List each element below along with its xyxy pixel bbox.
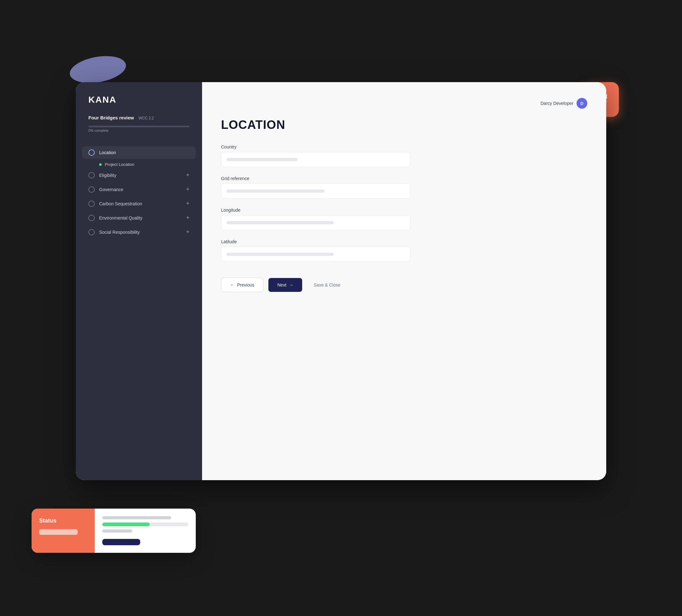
nav-label-environmental: Environmental Quality (99, 216, 186, 220)
status-card: Status (31, 509, 196, 553)
next-button[interactable]: Next → (268, 278, 302, 292)
status-card-left: Status (31, 509, 95, 553)
status-action-button[interactable] (102, 539, 140, 545)
label-longitude: Longitude (221, 207, 410, 213)
form-group-grid-reference: Grid reference (221, 176, 410, 199)
sidebar-subitem-project-location[interactable]: Project Location (82, 160, 196, 169)
sidebar: KANA Four Bridges review WCC 2.2 0% comp… (76, 82, 202, 480)
next-label: Next (277, 282, 287, 287)
sidebar-item-carbon[interactable]: Carbon Sequestration + (82, 197, 196, 210)
status-card-white-bar (39, 529, 78, 535)
save-close-button[interactable]: Save & Close (307, 278, 347, 292)
arrow-left-icon: ← (230, 282, 234, 287)
form-group-latitude: Latitude (221, 239, 410, 262)
nav-label-governance: Governance (99, 187, 186, 192)
content-header: Darcy Developer D (221, 98, 587, 109)
decorative-blob (68, 52, 128, 87)
status-title: Status (39, 518, 87, 524)
sidebar-item-governance[interactable]: Governance + (82, 183, 196, 196)
label-country: Country (221, 145, 410, 149)
user-info: Darcy Developer D (541, 98, 587, 109)
project-name: Four Bridges review (88, 115, 134, 120)
nav-plus-social: + (186, 229, 189, 235)
nav-label-carbon: Carbon Sequestration (99, 201, 186, 206)
progress-container: 0% complete (76, 123, 202, 134)
grid-reference-input-value[interactable] (226, 190, 324, 193)
project-header: Four Bridges review WCC 2.2 (76, 115, 202, 123)
nav-circle-eligibility (88, 172, 95, 178)
app-logo: KANA (76, 95, 202, 115)
progress-label: 0% complete (88, 129, 189, 132)
save-close-label: Save & Close (314, 282, 340, 287)
nav-plus-governance: + (186, 186, 189, 193)
country-input-value[interactable] (226, 158, 298, 161)
nav-circle-governance (88, 186, 95, 193)
longitude-input-value[interactable] (226, 221, 334, 224)
status-card-right (95, 509, 196, 553)
label-grid-reference: Grid reference (221, 176, 410, 181)
label-latitude: Latitude (221, 239, 410, 244)
nav-circle-social (88, 229, 95, 235)
nav-sub-label-project-location: Project Location (105, 162, 134, 167)
page-title: LOCATION (221, 118, 587, 132)
form-section: Country Grid reference Longitude (221, 145, 410, 292)
status-progress-bar-fill (102, 523, 150, 526)
nav-label-eligibility: Eligibility (99, 173, 186, 178)
sidebar-item-eligibility[interactable]: Eligibility + (82, 169, 196, 182)
user-avatar[interactable]: D (576, 98, 587, 109)
status-progress-bar-background (102, 523, 188, 526)
previous-label: Previous (237, 282, 254, 287)
nav-circle-carbon (88, 201, 95, 207)
project-code: WCC 2.2 (139, 116, 154, 120)
status-text-bar-1 (102, 516, 171, 519)
user-name: Darcy Developer (541, 101, 573, 106)
arrow-right-icon: → (289, 282, 293, 287)
form-actions: ← Previous Next → Save & Close (221, 278, 410, 292)
form-group-country: Country (221, 145, 410, 167)
status-text-bar-2 (102, 529, 132, 533)
latitude-input-value[interactable] (226, 253, 334, 256)
nav-sub-dot-project-location (99, 163, 102, 166)
nav-label-social: Social Responsibility (99, 230, 186, 235)
main-content: Darcy Developer D LOCATION Country Grid … (202, 82, 606, 480)
previous-button[interactable]: ← Previous (221, 278, 263, 292)
sidebar-item-environmental[interactable]: Environmental Quality + (82, 211, 196, 224)
progress-bar-background (88, 126, 189, 127)
nav-plus-carbon: + (186, 200, 189, 207)
main-window: KANA Four Bridges review WCC 2.2 0% comp… (76, 82, 606, 480)
nav-circle-environmental (88, 215, 95, 221)
form-group-longitude: Longitude (221, 207, 410, 230)
nav-circle-location (88, 149, 95, 156)
sidebar-item-location[interactable]: Location (82, 146, 196, 159)
sidebar-nav: Location Project Location Eligibility + … (76, 146, 202, 467)
nav-plus-environmental: + (186, 215, 189, 221)
nav-plus-eligibility: + (186, 172, 189, 178)
sidebar-item-social[interactable]: Social Responsibility + (82, 225, 196, 239)
nav-label-location: Location (99, 150, 189, 155)
